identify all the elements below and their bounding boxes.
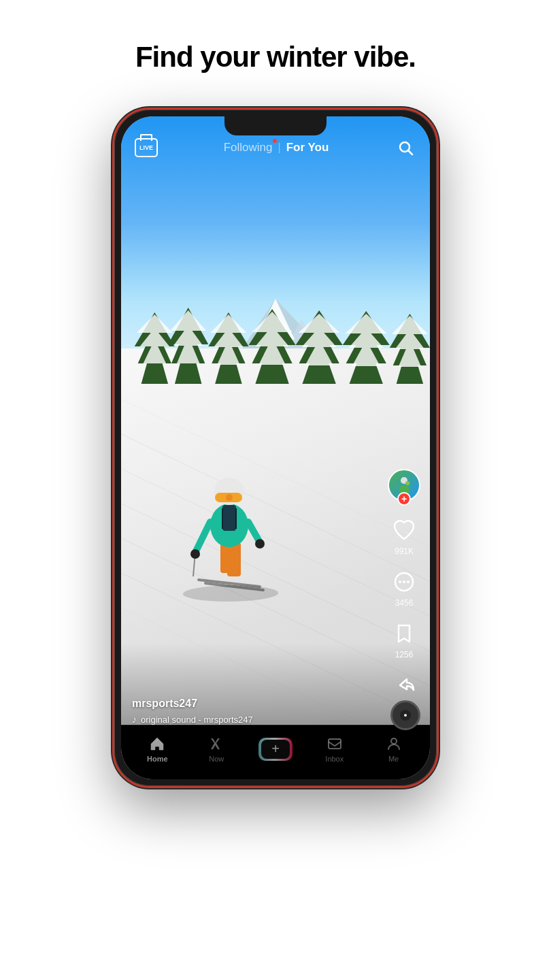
notification-dot — [273, 139, 277, 143]
now-icon — [207, 735, 225, 753]
heart-icon — [390, 517, 418, 544]
inbox-label: Inbox — [325, 755, 344, 763]
svg-point-80 — [391, 738, 397, 744]
skier-figure — [185, 444, 273, 593]
svg-line-70 — [409, 151, 413, 155]
me-label: Me — [388, 755, 399, 763]
bookmarks-count: 1256 — [395, 650, 414, 659]
svg-marker-34 — [252, 312, 292, 332]
svg-rect-63 — [222, 505, 236, 531]
comment-action[interactable]: 3456 — [390, 568, 418, 608]
tab-for-you[interactable]: For You — [286, 141, 329, 154]
svg-marker-40 — [299, 314, 340, 333]
svg-point-62 — [255, 539, 265, 549]
feed-tabs: Following | For You — [224, 141, 329, 154]
svg-marker-52 — [392, 316, 428, 334]
action-sidebar: + 991K — [388, 469, 420, 711]
share-icon — [390, 672, 418, 699]
svg-point-78 — [404, 714, 407, 717]
tab-divider: | — [278, 142, 281, 154]
svg-marker-28 — [210, 314, 246, 333]
phone-frame: LIVE Following | For You — [112, 108, 439, 788]
disc-center — [400, 710, 411, 721]
nav-now[interactable]: Now — [187, 735, 246, 763]
svg-marker-16 — [137, 314, 173, 333]
svg-point-77 — [407, 581, 410, 583]
now-label: Now — [209, 755, 224, 763]
like-action[interactable]: 991K — [390, 517, 418, 556]
phone-notch — [224, 116, 327, 135]
sound-text: original sound - mrsports247 — [141, 715, 253, 725]
plus-icon: + — [261, 740, 290, 759]
svg-point-76 — [403, 581, 405, 583]
profile-icon — [385, 735, 403, 753]
sound-credit[interactable]: ♪ original sound - mrsports247 — [132, 714, 382, 725]
svg-point-75 — [399, 581, 401, 583]
svg-line-58 — [195, 522, 210, 553]
trees-row — [121, 302, 430, 384]
page-headline: Find your winter vibe. — [135, 41, 416, 74]
home-icon — [148, 735, 166, 753]
svg-point-61 — [190, 549, 200, 559]
phone-screen: LIVE Following | For You — [121, 116, 430, 779]
music-disc[interactable] — [390, 700, 420, 730]
svg-marker-22 — [170, 310, 206, 331]
search-button[interactable] — [395, 137, 416, 159]
nav-me[interactable]: Me — [364, 735, 423, 763]
follow-plus-button[interactable]: + — [397, 492, 411, 506]
nav-inbox[interactable]: Inbox — [305, 735, 364, 763]
bookmark-icon — [390, 620, 418, 647]
video-info: mrsports247 ♪ original sound - mrsports2… — [132, 698, 382, 725]
comments-count: 3456 — [395, 598, 414, 608]
top-navigation: LIVE Following | For You — [121, 137, 430, 159]
live-icon: LIVE — [135, 138, 158, 157]
bookmark-action[interactable]: 1256 — [390, 620, 418, 659]
nav-home[interactable]: Home — [128, 735, 187, 763]
comment-icon — [390, 568, 418, 595]
creator-username[interactable]: mrsports247 — [132, 698, 382, 710]
svg-marker-46 — [346, 314, 387, 333]
svg-point-68 — [226, 494, 233, 501]
create-button[interactable]: + — [258, 738, 293, 761]
likes-count: 991K — [395, 546, 414, 556]
home-label: Home — [147, 755, 168, 763]
inbox-icon — [326, 735, 344, 753]
nav-create[interactable]: + — [246, 738, 305, 761]
svg-point-73 — [405, 481, 410, 485]
music-note-icon: ♪ — [132, 714, 137, 725]
video-feed[interactable]: LIVE Following | For You — [121, 116, 430, 779]
bottom-navigation: Home Now + — [121, 725, 430, 779]
svg-rect-56 — [227, 542, 241, 576]
creator-avatar[interactable]: + — [388, 469, 420, 502]
live-button[interactable]: LIVE — [135, 138, 158, 157]
tab-following[interactable]: Following — [224, 141, 273, 154]
